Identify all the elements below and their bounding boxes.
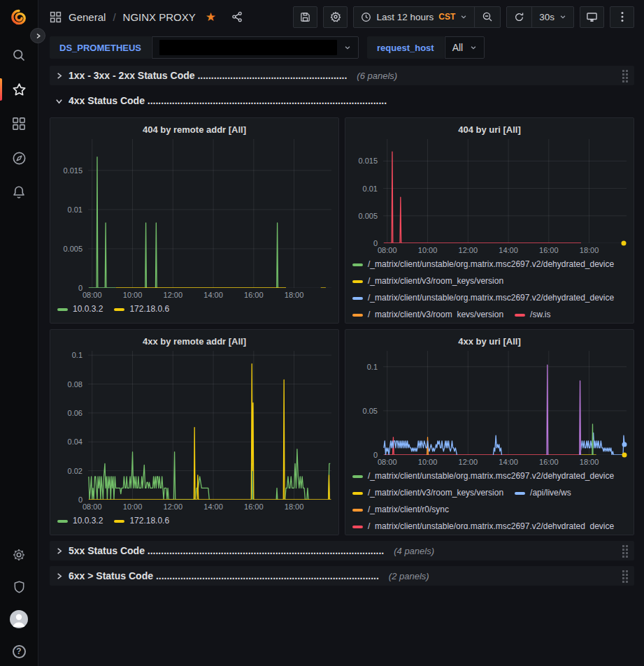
x-tick-label: 14:00 xyxy=(203,291,223,299)
x-axis: 08:0010:0012:0014:0016:0018:00 xyxy=(88,288,331,301)
plot-wrap xyxy=(383,351,627,455)
row-6xx[interactable]: 6xx > Status Code ......................… xyxy=(50,566,634,586)
y-tick-label: 0.015 xyxy=(63,166,83,175)
row-title: 1xx - 3xx - 2xx Status Code ............… xyxy=(69,70,347,81)
plot-area[interactable] xyxy=(383,139,627,243)
legend-item[interactable]: /_matrix/client/unstable/org.matrix.msc2… xyxy=(352,292,614,304)
series-line xyxy=(580,381,581,455)
chevron-down-icon xyxy=(344,44,351,51)
legend-item[interactable]: 10.0.3.2 xyxy=(57,303,103,315)
sidebar-item-explore[interactable] xyxy=(0,150,38,166)
datasource-select[interactable] xyxy=(152,36,359,59)
panel-title[interactable]: 4xx by remote addr [All] xyxy=(57,333,331,351)
cycle-view-button[interactable] xyxy=(580,6,604,28)
zoom-out-icon xyxy=(482,11,493,22)
refresh-button[interactable] xyxy=(507,7,531,27)
legend-item[interactable]: /_matrix/client/v3/room_keys/version xyxy=(352,275,503,287)
clock-icon xyxy=(361,12,371,22)
panel-4xx-by-remote-addr: 4xx by remote addr [All] 00.020.040.060.… xyxy=(50,329,339,535)
sidebar-item-search[interactable] xyxy=(0,48,38,63)
legend-item[interactable]: /_matrix/client/v3/room_keys/version xyxy=(352,309,503,317)
legend-item[interactable]: 172.18.0.6 xyxy=(114,515,169,527)
sidebar-item-help[interactable]: ? xyxy=(0,644,38,659)
legend-label: /_matrix/client/r0/sync xyxy=(368,504,449,516)
sidebar-item-settings[interactable] xyxy=(0,547,38,563)
data-point-dot xyxy=(622,442,627,447)
sidebar-item-alerting[interactable] xyxy=(0,184,38,200)
panel-title[interactable]: 404 by uri [All] xyxy=(352,121,627,139)
zoom-out-time-button[interactable] xyxy=(474,7,500,27)
legend-label: /_matrix/client/v3/room_keys/version xyxy=(368,487,503,499)
plot-area[interactable] xyxy=(383,351,627,455)
legend-item[interactable]: /_matrix/client/v3/room_keys/version xyxy=(352,487,503,499)
row-4xx[interactable]: 4xx Status Code ........................… xyxy=(50,91,634,110)
alerting-bell-icon xyxy=(12,185,26,199)
x-tick-label: 08:00 xyxy=(83,502,102,511)
legend-label: /sw.js xyxy=(530,309,550,317)
panel-grid: 404 by remote addr [All] 00.0050.010.015… xyxy=(50,117,634,535)
dashboard-menu-button[interactable] xyxy=(610,6,634,28)
legend-swatch xyxy=(352,492,363,495)
x-tick-label: 18:00 xyxy=(285,291,304,299)
panel-title[interactable]: 404 by remote addr [All] xyxy=(57,121,331,139)
legend-item[interactable]: /_matrix/client/unstable/org.matrix.msc2… xyxy=(352,521,614,529)
legend-item[interactable]: 172.18.0.6 xyxy=(114,303,169,315)
share-icon[interactable] xyxy=(231,11,243,22)
series-line xyxy=(276,488,278,500)
time-range-label: Last 12 hours xyxy=(376,12,434,22)
sidebar-item-server-admin[interactable] xyxy=(0,579,38,595)
legend-swatch xyxy=(352,263,363,266)
panel-title[interactable]: 4xx by uri [All] xyxy=(352,333,627,351)
legend-swatch xyxy=(57,308,68,311)
panels-count: (6 panels) xyxy=(357,71,397,81)
row-1xx-3xx-2xx[interactable]: 1xx - 3xx - 2xx Status Code ............… xyxy=(50,66,634,85)
legend-item[interactable]: /sw.js xyxy=(515,309,550,317)
breadcrumb-section[interactable]: General xyxy=(69,11,106,23)
plot-area[interactable] xyxy=(88,351,331,500)
refresh-interval-dropdown[interactable]: 30s xyxy=(531,7,573,27)
drag-handle-icon[interactable] xyxy=(622,69,629,82)
variable-request-host: request_host All xyxy=(367,36,485,59)
dashboard-grid-icon[interactable] xyxy=(50,11,62,23)
panels-count: (2 panels) xyxy=(389,571,429,581)
legend-swatch xyxy=(515,314,525,317)
request-host-select[interactable]: All xyxy=(445,36,485,59)
legend-item[interactable]: 10.0.3.2 xyxy=(57,515,103,527)
chevron-down-icon xyxy=(55,97,63,105)
x-tick-label: 08:00 xyxy=(378,458,397,466)
legend-swatch xyxy=(352,475,363,478)
page-title[interactable]: NGINX PROXY xyxy=(123,11,196,23)
plot-area[interactable] xyxy=(88,139,331,288)
legend-swatch xyxy=(352,526,363,528)
grafana-app: ? General / NGINX PROXY ★ xyxy=(0,0,644,666)
legend-label: /_matrix/client/unstable/org.matrix.msc2… xyxy=(368,292,614,304)
grafana-logo[interactable] xyxy=(0,8,38,27)
chart: 00.0050.010.015 08:0010:0012:0014:0016:0… xyxy=(57,139,331,301)
legend-item[interactable]: /_matrix/client/r0/sync xyxy=(352,504,449,516)
y-axis: 00.0050.010.015 xyxy=(57,139,88,288)
drag-handle-icon[interactable] xyxy=(622,544,629,558)
datasource-label: DS_PROMETHEUS xyxy=(50,36,151,59)
sidebar-item-profile[interactable] xyxy=(0,611,38,627)
x-tick-label: 12:00 xyxy=(459,458,478,466)
favorite-star-icon[interactable]: ★ xyxy=(206,11,216,23)
legend-label: 172.18.0.6 xyxy=(129,303,169,315)
sidebar-expand-button[interactable] xyxy=(30,28,45,43)
time-range-picker[interactable]: Last 12 hours CST xyxy=(354,7,474,27)
legend-item[interactable]: /api/live/ws xyxy=(515,487,571,499)
row-5xx[interactable]: 5xx Status Code ........................… xyxy=(50,541,634,560)
sidebar-item-starred[interactable] xyxy=(0,82,38,97)
legend-label: /_matrix/client/v3/room_keys/version xyxy=(368,275,503,287)
legend-item[interactable]: /_matrix/client/unstable/org.matrix.msc2… xyxy=(352,259,614,270)
search-icon xyxy=(12,48,26,62)
chevron-right-icon xyxy=(55,72,63,80)
sidebar-item-dashboards[interactable] xyxy=(0,116,38,131)
legend-item[interactable]: /_matrix/client/unstable/org.matrix.msc2… xyxy=(352,470,614,482)
dashboard-settings-button[interactable] xyxy=(323,6,348,28)
gear-icon xyxy=(12,548,26,562)
save-dashboard-button[interactable] xyxy=(293,6,317,28)
shield-icon xyxy=(13,580,26,594)
legend-swatch xyxy=(114,520,124,523)
y-tick-label: 0.005 xyxy=(358,212,378,220)
drag-handle-icon[interactable] xyxy=(622,570,629,583)
